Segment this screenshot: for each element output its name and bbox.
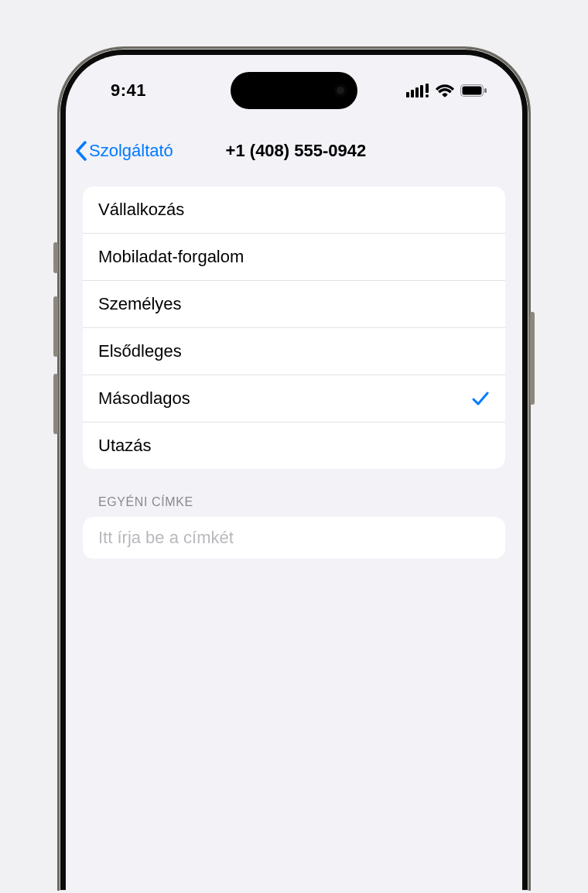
power-button <box>530 312 535 405</box>
status-time: 9:41 <box>111 80 146 101</box>
back-label: Szolgáltató <box>89 141 173 161</box>
volume-down-button <box>53 374 58 434</box>
status-bar: 9:41 <box>66 74 522 108</box>
label-option-text: Személyes <box>98 294 182 314</box>
label-option-text: Elsődleges <box>98 341 182 361</box>
cellular-signal-icon <box>406 84 429 98</box>
label-option[interactable]: Vállalkozás <box>83 186 505 234</box>
back-button[interactable]: Szolgáltató <box>72 138 176 164</box>
label-option[interactable]: Személyes <box>83 281 505 328</box>
label-option-text: Mobiladat-forgalom <box>98 247 244 267</box>
screen: 9:41 Szolgáltató +1 (408) <box>66 55 522 891</box>
label-option-text: Utazás <box>98 436 151 456</box>
battery-icon <box>460 84 487 97</box>
custom-label-header: EGYÉNI CÍMKE <box>83 495 505 517</box>
checkmark-icon <box>471 390 490 407</box>
content: Vállalkozás Mobiladat-forgalom Személyes… <box>83 186 505 559</box>
nav-bar: Szolgáltató +1 (408) 555-0942 <box>66 129 522 173</box>
label-option-text: Másodlagos <box>98 388 190 409</box>
svg-rect-2 <box>484 88 487 93</box>
label-list: Vállalkozás Mobiladat-forgalom Személyes… <box>83 186 505 469</box>
wifi-icon <box>436 84 454 98</box>
custom-label-input[interactable] <box>98 528 490 548</box>
label-option-selected[interactable]: Másodlagos <box>83 375 505 423</box>
side-button <box>53 242 58 273</box>
custom-label-row[interactable] <box>83 517 505 559</box>
label-option[interactable]: Elsődleges <box>83 328 505 375</box>
chevron-left-icon <box>75 141 87 161</box>
label-option-text: Vállalkozás <box>98 200 184 220</box>
phone-frame: 9:41 Szolgáltató +1 (408) <box>57 46 531 891</box>
label-option[interactable]: Utazás <box>83 423 505 469</box>
label-option[interactable]: Mobiladat-forgalom <box>83 234 505 281</box>
svg-rect-1 <box>463 87 482 95</box>
volume-up-button <box>53 296 58 357</box>
